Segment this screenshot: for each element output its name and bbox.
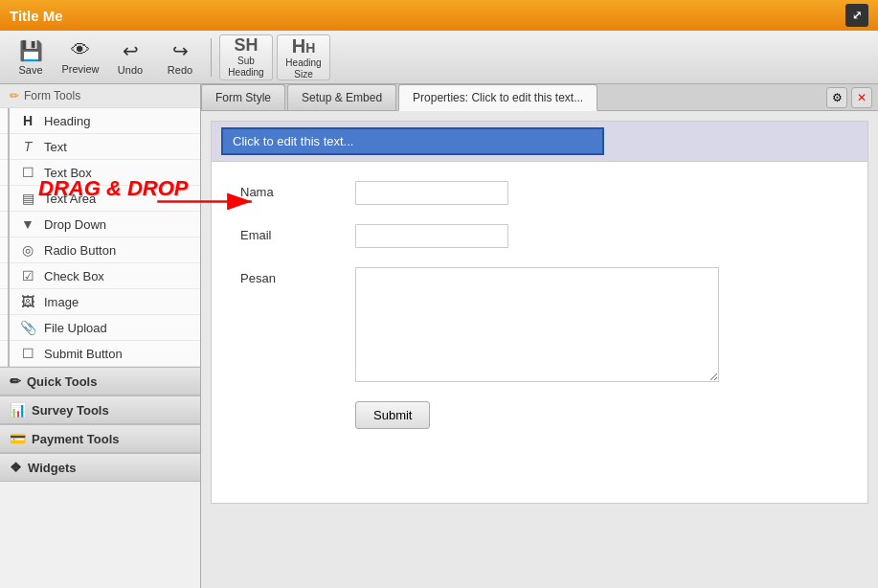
pencil-icon: ✏	[10, 89, 19, 102]
undo-button[interactable]: ↩ Undo	[107, 34, 153, 80]
widgets-label: Widgets	[28, 461, 76, 475]
sidebar-item-heading[interactable]: H Heading	[0, 108, 200, 134]
heading-size-button[interactable]: HH HeadingSize	[277, 34, 330, 80]
submitbutton-label: Submit Button	[44, 347, 123, 361]
checkbox-label: Check Box	[44, 269, 104, 283]
dropdown-label: Drop Down	[44, 217, 106, 232]
save-icon: 💾	[19, 39, 43, 62]
survey-tools-label: Survey Tools	[32, 403, 109, 418]
redo-label: Redo	[168, 64, 192, 76]
sidebar: ✏ Form Tools H Heading T Text ☐ Text Box…	[0, 84, 201, 588]
pesan-textarea[interactable]	[355, 267, 719, 382]
sidebar-item-dropdown[interactable]: ▼ Drop Down	[0, 212, 200, 237]
tab-properties[interactable]: Properties: Click to edit this text...	[398, 84, 597, 111]
toolbar-separator-1	[211, 38, 212, 77]
tab-setup-embed-label: Setup & Embed	[302, 91, 382, 104]
textarea-label: Text Area	[44, 192, 96, 206]
redo-button[interactable]: ↪ Redo	[157, 34, 203, 80]
form-inner: Click to edit this text... Nama Email Pe…	[211, 121, 868, 504]
save-button[interactable]: 💾 Save	[8, 34, 54, 80]
widgets-icon: ❖	[10, 460, 22, 475]
submitbutton-icon: ☐	[19, 346, 36, 361]
quick-tools-icon: ✏	[10, 373, 21, 389]
image-icon: 🖼	[19, 294, 36, 309]
form-row-email: Email	[240, 224, 839, 248]
checkbox-icon: ☑	[19, 268, 36, 283]
undo-icon: ↩	[123, 39, 139, 62]
settings-icon: ⚙	[832, 91, 843, 104]
sidebar-item-fileupload[interactable]: 📎 File Upload	[0, 315, 200, 341]
radio-icon: ◎	[19, 242, 36, 258]
heading-icon: H	[19, 113, 36, 128]
preview-label: Preview	[61, 63, 99, 75]
sidebar-item-submitbutton[interactable]: ☐ Submit Button	[0, 341, 200, 367]
sidebar-item-textbox[interactable]: ☐ Text Box	[0, 160, 200, 186]
form-row-nama: Nama	[240, 181, 839, 205]
title-bar: Title Me ⤢	[0, 0, 878, 31]
heading-bar[interactable]: Click to edit this text...	[212, 122, 867, 162]
quick-tools-label: Quick Tools	[27, 374, 97, 389]
form-row-submit: Submit	[240, 401, 839, 429]
form-body: Nama Email Pesan Submit	[212, 162, 867, 448]
survey-tools-icon: 📊	[10, 402, 26, 418]
textbox-label: Text Box	[44, 166, 92, 180]
sidebar-item-image[interactable]: 🖼 Image	[0, 289, 200, 315]
tab-setup-embed[interactable]: Setup & Embed	[287, 84, 396, 110]
fileupload-label: File Upload	[44, 321, 107, 335]
tab-bar: Form Style Setup & Embed Properties: Cli…	[201, 84, 878, 111]
heading-label: Heading	[44, 114, 90, 128]
sub-heading-label: SubHeading	[228, 56, 263, 79]
email-label: Email	[240, 224, 336, 242]
quick-tools-section[interactable]: ✏ Quick Tools	[0, 367, 200, 396]
payment-tools-section[interactable]: 💳 Payment Tools	[0, 424, 200, 453]
sidebar-item-checkbox[interactable]: ☑ Check Box	[0, 263, 200, 289]
email-input[interactable]	[355, 224, 508, 248]
sub-heading-icon: SH	[234, 35, 258, 57]
close-button[interactable]: ✕	[851, 87, 872, 108]
fileupload-icon: 📎	[19, 320, 36, 335]
app-title: Title Me	[10, 8, 63, 24]
nama-label: Nama	[240, 181, 336, 199]
form-tools-label: Form Tools	[24, 89, 80, 102]
save-label: Save	[18, 64, 42, 76]
nama-input[interactable]	[355, 181, 508, 205]
pesan-label: Pesan	[240, 267, 336, 285]
tab-actions: ⚙ ✕	[826, 84, 878, 110]
redo-icon: ↪	[172, 39, 189, 62]
settings-button[interactable]: ⚙	[826, 87, 847, 108]
form-tools-header: ✏ Form Tools	[0, 84, 200, 108]
title-bar-collapse[interactable]: ⤢	[845, 4, 868, 27]
tab-form-style[interactable]: Form Style	[201, 84, 285, 110]
preview-icon: 👁	[71, 39, 90, 61]
image-label: Image	[44, 295, 79, 309]
survey-tools-section[interactable]: 📊 Survey Tools	[0, 396, 200, 424]
close-icon: ✕	[857, 91, 867, 104]
toolbar: 💾 Save 👁 Preview ↩ Undo ↪ Redo SH SubHea…	[0, 31, 878, 84]
tab-form-style-label: Form Style	[215, 91, 271, 104]
text-icon: T	[19, 139, 36, 154]
textbox-icon: ☐	[19, 165, 36, 180]
undo-label: Undo	[118, 64, 143, 76]
heading-size-label: HeadingSize	[285, 57, 321, 80]
form-canvas: Click to edit this text... Nama Email Pe…	[201, 111, 878, 588]
submit-button[interactable]: Submit	[355, 401, 430, 429]
heading-text[interactable]: Click to edit this text...	[221, 127, 604, 155]
sidebar-item-radiobutton[interactable]: ◎ Radio Button	[0, 237, 200, 263]
dropdown-icon: ▼	[19, 216, 36, 232]
form-row-pesan: Pesan	[240, 267, 839, 382]
tab-properties-label: Properties: Click to edit this text...	[413, 91, 583, 104]
content-area: Form Style Setup & Embed Properties: Cli…	[201, 84, 878, 588]
textarea-icon: ▤	[19, 191, 36, 206]
sidebar-item-text[interactable]: T Text	[0, 134, 200, 160]
sub-heading-button[interactable]: SH SubHeading	[219, 34, 273, 80]
preview-button[interactable]: 👁 Preview	[57, 34, 103, 80]
sidebar-item-textarea[interactable]: ▤ Text Area	[0, 186, 200, 212]
main-layout: ✏ Form Tools H Heading T Text ☐ Text Box…	[0, 84, 878, 588]
text-label: Text	[44, 140, 67, 154]
radiobutton-label: Radio Button	[44, 243, 116, 258]
heading-size-icon: HH	[292, 34, 316, 57]
payment-tools-icon: 💳	[10, 431, 26, 446]
widgets-section[interactable]: ❖ Widgets	[0, 453, 200, 482]
payment-tools-label: Payment Tools	[32, 432, 120, 446]
